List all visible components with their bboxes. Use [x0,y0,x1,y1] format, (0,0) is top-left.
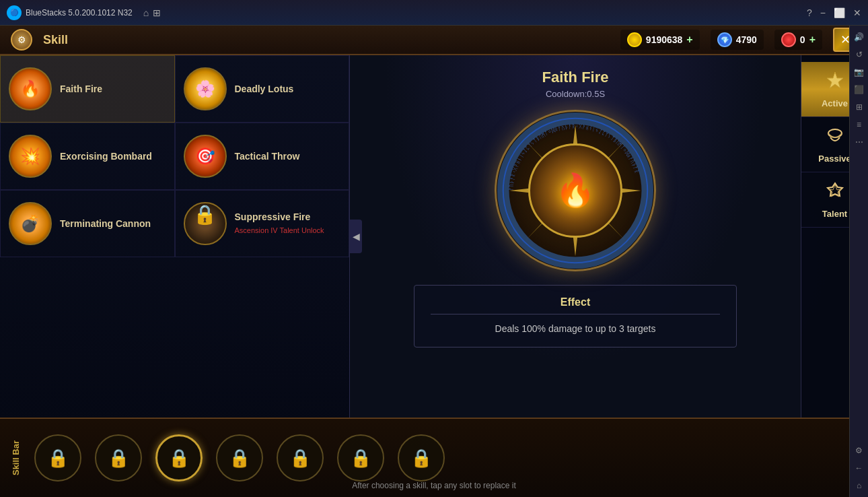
bs-rp-layers-icon[interactable]: ≡ [852,117,867,132]
main-content: 🔥 Faith Fire 🌸 Deadly Lotus 💥 Exorcising… [0,55,868,418]
passive-tab-icon [825,125,845,150]
skill-name-exorcising-bombard: Exorcising Bombard [60,150,152,162]
skill-list-panel: 🔥 Faith Fire 🌸 Deadly Lotus 💥 Exorcising… [0,55,350,418]
skill-item-faith-fire[interactable]: 🔥 Faith Fire [0,55,175,123]
gold-value: 9190638 [646,34,683,45]
skill-emblem-art: 🔥 [555,172,595,209]
skill-slot-7[interactable]: 🔒 [398,434,445,482]
skill-detail-title: Faith Fire [542,69,608,86]
faith-fire-art: 🔥 [10,69,50,109]
bs-rp-rotate-icon[interactable]: ↺ [852,47,867,62]
skill-slot-5[interactable]: 🔒 [277,434,324,482]
ruby-value: 0 [800,34,805,45]
skill-thumb-tactical-throw: 🎯 [184,135,227,178]
skill-header-icon: ⚙ [11,29,32,51]
game-area: ⚙ Skill 9190638 + 💎 4790 0 + ✕ [0,26,868,497]
skill-name-suppressive-fire: Suppressive Fire [235,211,311,222]
svg-point-12 [828,129,842,137]
bs-rp-home-icon[interactable]: ⌂ [852,478,867,493]
bs-rp-screenshot-icon[interactable]: 📷 [852,65,867,79]
skill-slots: 🔒 🔒 🔒 🔒 🔒 🔒 🔒 [34,434,857,482]
skill-thumb-faith-fire: 🔥 [9,67,52,110]
help-icon[interactable]: ? [807,7,812,18]
gem-value: 4790 [736,34,757,45]
bs-rp-settings-icon[interactable]: ⚙ [852,443,867,458]
ruby-icon [781,32,796,47]
left-arrow-tab[interactable]: ◀ [350,220,362,253]
bluestacks-logo: 🔵 [7,5,22,20]
tab-talent-label: Talent [822,209,847,219]
skill-slot-3[interactable]: 🔒 [155,434,203,482]
gold-currency: 9190638 + [620,30,700,50]
active-tab-icon [825,70,845,94]
skill-thumb-suppressive-fire: 🔒 [184,202,227,245]
window-controls: ? − ⬜ ✕ [807,7,861,18]
skill-emblem-outer: ᚠᚢᚦᚨᚱᚲᚷᚹᚺᚾᛁᛃᛇᛈᛉᛊᛏᛒᛖᛗᛚᛜᛞᛟᚠᚢᚦᚨᚱᚲᚷᚹᚺᚾᛁᛃᛇᛈᛉᛊ… [495,110,656,271]
bs-rp-back-icon[interactable]: ← [852,461,867,475]
skill-item-suppressive-fire[interactable]: 🔒 Suppressive Fire Ascension IV Talent U… [175,190,350,257]
skill-bar-label: Skill Bar [11,440,21,475]
gem-icon: 💎 [717,32,732,47]
talent-tab-icon [825,180,845,205]
skill-item-tactical-throw[interactable]: 🎯 Tactical Throw [175,123,350,190]
skill-item-deadly-lotus[interactable]: 🌸 Deadly Lotus [175,55,350,123]
tab-active-label: Active [822,98,848,108]
ruby-plus-button[interactable]: + [809,34,816,46]
bluestacks-bar: 🔵 BlueStacks 5.0.200.1012 N32 ⌂ ⊞ ? − ⬜ … [0,0,868,26]
skill-locked-text: Ascension IV Talent Unlock [235,226,324,236]
gold-icon [627,32,642,47]
ruby-currency: 0 + [774,30,822,50]
bs-rp-more-icon[interactable]: ⋯ [852,135,867,150]
skill-thumb-exorcising-bombard: 💥 [9,135,52,178]
skill-bar-hint: After choosing a skill, tap any slot to … [352,481,515,490]
bluestacks-nav: ⌂ ⊞ [143,7,161,18]
skill-emblem-inner: 🔥 [528,143,622,238]
lock-icon: 🔒 [185,203,225,226]
game-header: ⚙ Skill 9190638 + 💎 4790 0 + ✕ [0,26,868,55]
slot-lock-icon-4: 🔒 [229,448,250,469]
bluestacks-right-panel: 🔊 ↺ 📷 ⬛ ⊞ ≡ ⋯ ⚙ ← ⌂ [849,26,868,497]
skill-emblem: ᚠᚢᚦᚨᚱᚲᚷᚹᚺᚾᛁᛃᛇᛈᛉᛊᛏᛒᛖᛗᛚᛜᛞᛟᚠᚢᚦᚨᚱᚲᚷᚹᚺᚾᛁᛃᛇᛈᛉᛊ… [495,110,656,271]
skill-name-deadly-lotus: Deadly Lotus [235,83,294,95]
effect-box: Effect Deals 100% damage to up to 3 targ… [414,285,737,347]
slot-lock-icon-5: 🔒 [289,448,311,469]
bs-rp-apps-icon[interactable]: ⊞ [852,100,867,114]
copy-icon[interactable]: ⊞ [153,7,161,18]
slot-lock-icon-2: 🔒 [108,448,129,469]
slot-lock-icon-3: 🔒 [168,448,190,469]
skill-thumb-terminating-cannon: 💣 [9,202,52,245]
gold-plus-button[interactable]: + [686,34,692,46]
minimize-icon[interactable]: − [820,7,826,18]
skill-thumb-deadly-lotus: 🌸 [184,67,227,110]
close-window-icon[interactable]: ✕ [853,7,861,18]
effect-title: Effect [431,296,720,314]
skill-slot-2[interactable]: 🔒 [95,434,142,482]
effect-desc: Deals 100% damage to up to 3 targets [431,321,720,336]
slot-lock-icon-7: 🔒 [410,448,432,469]
skill-slot-1[interactable]: 🔒 [34,434,81,482]
skill-name-faith-fire: Faith Fire [60,83,102,95]
skill-detail-panel: Faith Fire Cooldown:0.5S ᚠᚢᚦᚨᚱᚲᚷᚹᚺᚾᛁᛃᛇᛈᛉ… [350,55,801,418]
tab-passive-label: Passive [818,154,851,164]
skill-name-tactical-throw: Tactical Throw [235,150,300,162]
skill-slot-6[interactable]: 🔒 [337,434,384,482]
page-title: Skill [43,33,68,47]
bs-rp-volume-icon[interactable]: 🔊 [852,30,867,44]
skill-name-terminating-cannon: Terminating Cannon [60,218,151,230]
svg-marker-11 [827,72,843,88]
bluestacks-title: BlueStacks 5.0.200.1012 N32 [26,8,133,18]
exorcising-bombard-art: 💥 [10,136,50,176]
home-icon[interactable]: ⌂ [143,7,149,18]
deadly-lotus-art: 🌸 [185,69,225,109]
maximize-icon[interactable]: ⬜ [834,7,845,18]
slot-lock-icon-6: 🔒 [350,448,371,469]
skill-bar-area: Skill Bar 🔒 🔒 🔒 🔒 🔒 🔒 🔒 [0,418,868,497]
skill-item-exorcising-bombard[interactable]: 💥 Exorcising Bombard [0,123,175,190]
bs-rp-record-icon[interactable]: ⬛ [852,82,867,97]
skill-item-terminating-cannon[interactable]: 💣 Terminating Cannon [0,190,175,257]
skill-cooldown: Cooldown:0.5S [546,89,605,99]
terminating-cannon-art: 💣 [10,203,50,244]
tactical-throw-art: 🎯 [185,136,225,176]
slot-lock-icon-1: 🔒 [47,448,69,469]
skill-slot-4[interactable]: 🔒 [216,434,263,482]
